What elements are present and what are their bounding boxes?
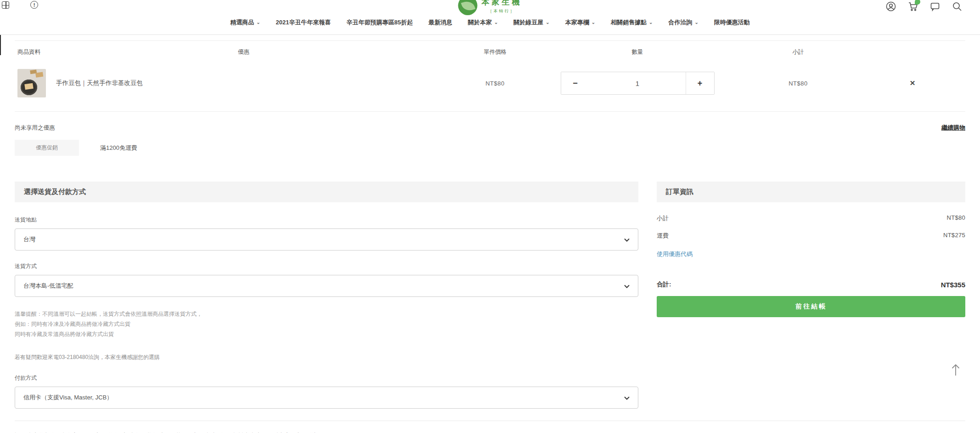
col-product: 商品資料 bbox=[17, 48, 238, 56]
payment-method-value: 信用卡（支援Visa, Master, JCB） bbox=[23, 393, 113, 402]
quantity-increase-button[interactable]: + bbox=[686, 72, 714, 94]
chevron-down-icon bbox=[623, 283, 631, 290]
shipping-method-select[interactable]: 台灣本島-低溫宅配 bbox=[15, 275, 638, 297]
scroll-to-top-button[interactable] bbox=[950, 363, 962, 377]
chevron-down-icon: ⌄ bbox=[546, 20, 549, 25]
nav-item-preorder[interactable]: 辛丑年節預購專區85折起 bbox=[346, 18, 412, 27]
search-icon[interactable] bbox=[952, 1, 963, 12]
nav-item-news[interactable]: 最新消息 bbox=[428, 18, 452, 27]
checkout-button[interactable]: 前往結帳 bbox=[657, 296, 965, 317]
store-tagline: ［本特行］ bbox=[488, 8, 516, 14]
total-label: 合計: bbox=[657, 280, 671, 289]
contact-note: 若有疑問歡迎來電03-2180480洽詢，本家生機感謝您的選購 bbox=[15, 353, 638, 361]
destination-value: 台灣 bbox=[23, 235, 35, 244]
chevron-down-icon: ⌄ bbox=[649, 20, 653, 25]
order-notes: 訂單成功送出後，會有客服人員與您聯絡確認出貨、收貨時間，若您不方便接聽電話，煩請… bbox=[15, 421, 965, 433]
chevron-down-icon: ⌄ bbox=[591, 20, 595, 25]
store-name: 本家生機 bbox=[482, 0, 522, 7]
unit-price: NT$80 bbox=[435, 80, 555, 87]
col-unit-price: 單件價格 bbox=[435, 48, 555, 56]
nav-item-column[interactable]: 本家專欄⌄ bbox=[565, 18, 595, 27]
summary-row-shipping: 運費 NT$275 bbox=[657, 232, 965, 240]
promotion-tag: 優惠促銷 bbox=[15, 140, 79, 156]
promotions-title: 尚未享用之優惠 bbox=[15, 124, 55, 132]
cart-table: 商品資料 優惠 單件價格 數量 小計 手作豆包｜天然手作非基改豆包 NT$80 … bbox=[15, 40, 965, 112]
use-coupon-link[interactable]: 使用優惠代碼 bbox=[657, 250, 693, 258]
cart-table-header: 商品資料 優惠 單件價格 數量 小計 bbox=[15, 41, 965, 63]
summary-row-subtotal: 小計 NT$80 bbox=[657, 214, 965, 222]
order-summary-title: 訂單資訊 bbox=[657, 182, 965, 202]
nav-item-tofu-house[interactable]: 關於綠豆屋⌄ bbox=[513, 18, 549, 27]
continue-shopping-link[interactable]: 繼續購物 bbox=[941, 124, 965, 132]
nav-item-stores[interactable]: 相關銷售據點⌄ bbox=[611, 18, 653, 27]
chat-icon[interactable] bbox=[929, 1, 941, 12]
shipping-method-value: 台灣本島-低溫宅配 bbox=[23, 282, 73, 290]
grid-icon[interactable] bbox=[2, 1, 9, 9]
delivery-payment-panel: 選擇送貨及付款方式 送貨地點 台灣 送貨方式 台灣本島-低溫宅配 溫馨提醒：不同… bbox=[15, 182, 638, 409]
col-quantity: 數量 bbox=[555, 48, 720, 56]
cart-item-row: 手作豆包｜天然手作非基改豆包 NT$80 − + NT$80 ✕ bbox=[15, 63, 965, 112]
destination-select[interactable]: 台灣 bbox=[15, 228, 638, 251]
chevron-down-icon: ⌄ bbox=[694, 20, 698, 25]
quantity-stepper: − + bbox=[561, 72, 715, 95]
col-discount: 優惠 bbox=[238, 48, 435, 56]
quantity-decrease-button[interactable]: − bbox=[561, 72, 590, 94]
payment-method-select[interactable]: 信用卡（支援Visa, Master, JCB） bbox=[15, 387, 638, 409]
promotions-section: 尚未享用之優惠 繼續購物 優惠促銷 滿1200免運費 bbox=[15, 124, 965, 156]
line-subtotal: NT$80 bbox=[720, 80, 876, 87]
leaf-logo-icon bbox=[458, 0, 478, 15]
payment-method-label: 付款方式 bbox=[15, 374, 638, 382]
total-value: NT$355 bbox=[941, 281, 965, 289]
delivery-panel-title: 選擇送貨及付款方式 bbox=[15, 182, 638, 202]
remove-item-button[interactable]: ✕ bbox=[910, 79, 916, 87]
nav-item-promo-events[interactable]: 限時優惠活動 bbox=[714, 18, 750, 27]
chevron-down-icon bbox=[623, 236, 631, 244]
product-thumbnail[interactable] bbox=[17, 69, 46, 97]
order-summary-panel: 訂單資訊 小計 NT$80 運費 NT$275 使用優惠代碼 合計: NT$35… bbox=[657, 182, 965, 317]
nav-item-featured[interactable]: 精選商品⌄ bbox=[230, 18, 260, 27]
nav-item-about[interactable]: 關於本家⌄ bbox=[468, 18, 498, 27]
col-subtotal: 小計 bbox=[720, 48, 876, 56]
cart-badge bbox=[915, 0, 920, 5]
product-name[interactable]: 手作豆包｜天然手作非基改豆包 bbox=[56, 79, 143, 87]
quantity-input[interactable] bbox=[590, 72, 686, 94]
order-note-line: 訂單成功送出後，會有客服人員與您聯絡確認出貨、收貨時間，若您不方便接聽電話，煩請… bbox=[15, 430, 965, 433]
summary-total-row: 合計: NT$355 bbox=[657, 280, 965, 289]
nav-item-cooperation[interactable]: 合作洽詢⌄ bbox=[668, 18, 698, 27]
site-header: ! 本家生機 ［本特行］ 精選商品⌄ 2021辛丑牛年來報喜 辛丑年節預購專區8… bbox=[0, 0, 980, 35]
nav-item-newyear[interactable]: 2021辛丑牛年來報喜 bbox=[276, 18, 331, 27]
store-logo[interactable]: 本家生機 ［本特行］ bbox=[458, 0, 522, 15]
destination-label: 送貨地點 bbox=[15, 216, 638, 224]
chevron-down-icon bbox=[623, 394, 631, 402]
info-icon[interactable]: ! bbox=[30, 1, 38, 9]
promotion-description: 滿1200免運費 bbox=[100, 144, 137, 152]
chevron-down-icon: ⌄ bbox=[256, 20, 260, 25]
temperature-reminder: 溫馨提醒：不同溫層可以一起結帳，送貨方式會依照溫層商品選擇送貨方式， 例如：同時… bbox=[15, 309, 638, 340]
shipping-method-label: 送貨方式 bbox=[15, 262, 638, 270]
cart-icon[interactable] bbox=[907, 1, 918, 12]
account-icon[interactable] bbox=[885, 1, 896, 12]
chevron-down-icon: ⌄ bbox=[494, 20, 498, 25]
